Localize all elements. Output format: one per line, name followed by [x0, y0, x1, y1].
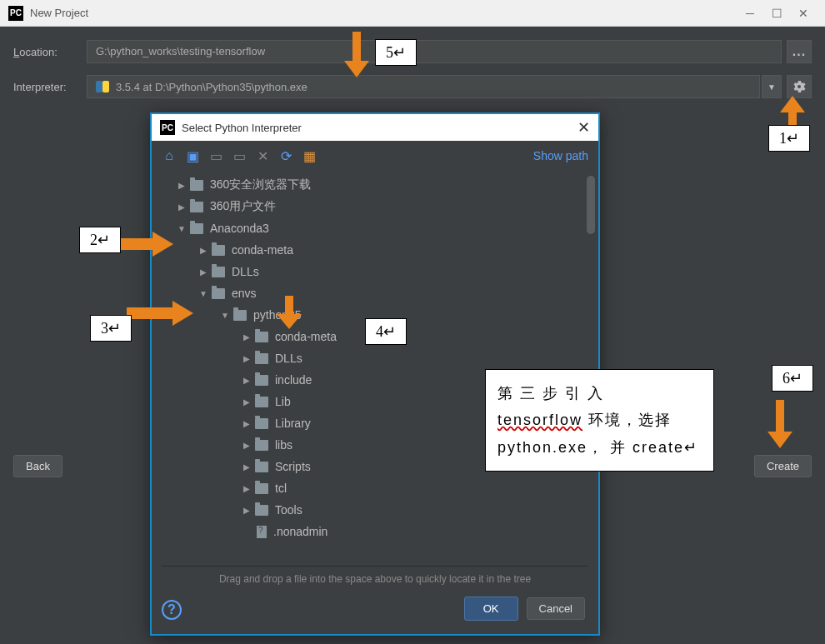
python-icon — [96, 80, 109, 93]
chevron-right-icon[interactable]: ▶ — [242, 354, 252, 363]
ok-button[interactable]: OK — [464, 597, 518, 621]
location-input[interactable]: G:\python_works\testing-tensorflow — [87, 40, 782, 63]
pycharm-icon: PC — [8, 6, 23, 21]
show-path-link[interactable]: Show path — [533, 149, 588, 162]
interpreter-value: 3.5.4 at D:\Python\Python35\python.exe — [116, 81, 308, 93]
dialog-footer: OK Cancel — [182, 597, 598, 634]
folder-icon — [233, 310, 247, 321]
tree-item[interactable]: ▶360用户文件 — [152, 196, 598, 217]
callout-line2: tensorflow 环境，选择 — [498, 407, 702, 433]
arrow-1 — [780, 96, 805, 129]
tree-item-label: DLLs — [232, 265, 259, 278]
show-hidden-icon[interactable]: ▦ — [302, 148, 317, 163]
help-icon[interactable]: ? — [162, 600, 182, 620]
folder-icon — [190, 180, 203, 191]
dropdown-arrow-button[interactable]: ▼ — [762, 75, 782, 98]
main-title: New Project — [30, 7, 737, 19]
project-icon[interactable]: ▭ — [208, 148, 223, 163]
tree-item-label: tcl — [275, 482, 287, 495]
folder-icon — [255, 375, 268, 386]
chevron-down-icon[interactable]: ▼ — [177, 224, 187, 233]
tree-item[interactable]: ▶DLLs — [152, 261, 598, 282]
dialog-toolbar: ⌂ ▣ ▭ ▭ ✕ ⟳ ▦ Show path — [152, 141, 598, 171]
tree-item[interactable]: ▶360安全浏览器下载 — [152, 174, 598, 196]
svg-marker-5 — [768, 400, 792, 448]
callout-1: 1↵ — [768, 125, 810, 152]
folder-icon — [255, 505, 268, 516]
chevron-right-icon[interactable]: ▶ — [242, 441, 252, 450]
chevron-right-icon[interactable]: ▶ — [242, 419, 252, 428]
folder-icon — [255, 462, 268, 472]
tree-item[interactable]: ▶Tools — [152, 499, 598, 521]
delete-icon[interactable]: ✕ — [255, 148, 270, 163]
tree-item[interactable]: ▶tcl — [152, 477, 598, 499]
tree-item-label: Lib — [275, 395, 291, 408]
tree-item-label: envs — [232, 287, 257, 300]
tree-item[interactable]: .nonadmin — [152, 521, 598, 542]
tree-item-label: 360安全浏览器下载 — [210, 177, 311, 192]
svg-marker-2 — [115, 232, 173, 257]
folder-icon — [212, 267, 225, 277]
folder-icon — [190, 202, 203, 212]
chevron-right-icon[interactable]: ▶ — [242, 397, 252, 407]
chevron-right-icon[interactable]: ▶ — [242, 506, 252, 515]
callout-line1: 第 三 步 引 入 — [498, 380, 702, 407]
tree-item-label: conda-meta — [275, 330, 337, 343]
new-folder-icon[interactable]: ▭ — [232, 148, 247, 163]
chevron-right-icon[interactable]: ▶ — [177, 181, 187, 190]
chevron-right-icon[interactable]: ▶ — [242, 376, 252, 385]
arrow-5 — [344, 32, 369, 77]
chevron-down-icon[interactable]: ▼ — [220, 311, 230, 320]
tree-item[interactable]: ▶DLLs — [152, 347, 598, 369]
folder-icon — [255, 483, 268, 494]
dialog-close-button[interactable]: ✕ — [578, 118, 590, 137]
tree-item-label: libs — [275, 438, 292, 452]
svg-marker-4 — [277, 296, 302, 329]
tree-item[interactable]: ▶conda-meta — [152, 239, 598, 261]
tree-item-label: Library — [275, 417, 311, 430]
callout-5: 5↵ — [375, 39, 417, 66]
callout-line3: python.exe， 并 create↵ — [498, 434, 702, 461]
tree-item-label: include — [275, 373, 312, 387]
callout-3: 3↵ — [90, 315, 132, 342]
tree-scrollbar[interactable] — [587, 176, 595, 234]
tree-item-label: DLLs — [275, 352, 302, 365]
back-button[interactable]: Back — [13, 455, 62, 477]
refresh-icon[interactable]: ⟳ — [278, 148, 293, 163]
tree-item[interactable]: ▼Anaconda3 — [152, 217, 598, 239]
folder-icon — [212, 288, 225, 299]
close-button[interactable]: ✕ — [790, 4, 817, 22]
minimize-button[interactable]: ─ — [737, 4, 763, 22]
chevron-down-icon[interactable]: ▼ — [198, 289, 208, 298]
gear-button[interactable] — [787, 75, 812, 98]
arrow-3 — [127, 301, 193, 326]
folder-icon — [255, 440, 268, 451]
svg-marker-3 — [127, 301, 193, 326]
interpreter-dropdown[interactable]: 3.5.4 at D:\Python\Python35\python.exe — [87, 75, 760, 98]
folder-icon — [255, 418, 268, 429]
cancel-button[interactable]: Cancel — [527, 597, 585, 620]
browse-button[interactable]: ... — [787, 40, 812, 63]
folder-icon — [255, 332, 268, 342]
interpreter-row: Interpreter: 3.5.4 at D:\Python\Python35… — [13, 75, 812, 98]
dialog-hint: Drag and drop a file into the space abov… — [162, 566, 588, 597]
chevron-right-icon[interactable]: ▶ — [177, 202, 187, 212]
desktop-icon[interactable]: ▣ — [185, 148, 200, 163]
main-titlebar: PC New Project ─ ☐ ✕ — [0, 0, 825, 27]
file-tree[interactable]: ▶360安全浏览器下载▶360用户文件▼Anaconda3▶conda-meta… — [152, 171, 598, 566]
chevron-right-icon[interactable]: ▶ — [242, 332, 252, 342]
chevron-right-icon[interactable]: ▶ — [242, 484, 252, 493]
home-icon[interactable]: ⌂ — [162, 148, 177, 163]
tree-item[interactable]: ▼envs — [152, 282, 598, 304]
location-label: Location: — [13, 46, 87, 58]
chevron-right-icon[interactable]: ▶ — [198, 246, 208, 255]
create-button[interactable]: Create — [754, 455, 812, 477]
maximize-button[interactable]: ☐ — [763, 4, 790, 22]
arrow-2 — [115, 232, 173, 257]
chevron-right-icon[interactable]: ▶ — [242, 462, 252, 472]
callout-4: 4↵ — [365, 318, 407, 345]
chevron-right-icon[interactable]: ▶ — [198, 267, 208, 277]
arrow-4 — [277, 296, 302, 329]
tree-item-label: conda-meta — [232, 243, 293, 257]
pycharm-icon: PC — [160, 120, 175, 135]
